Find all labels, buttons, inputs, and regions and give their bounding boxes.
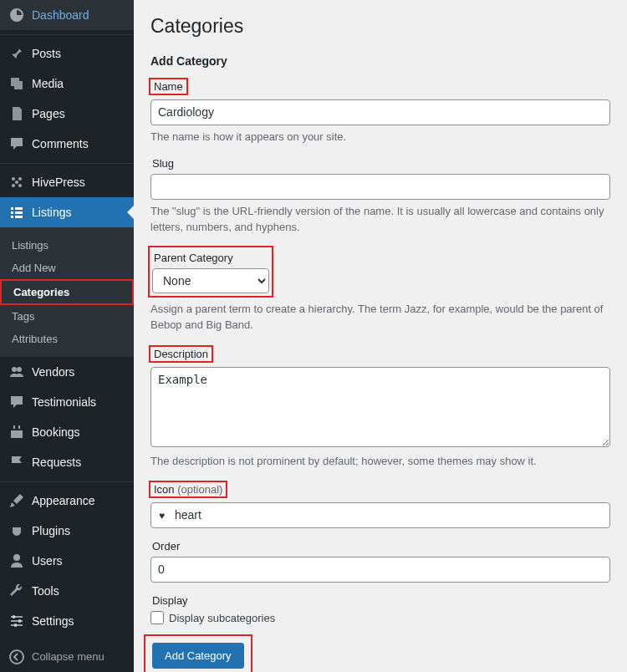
brush-icon: [8, 492, 25, 509]
order-input[interactable]: [150, 557, 610, 583]
wrench-icon: [8, 583, 25, 599]
submit-row: Add Category: [150, 634, 610, 672]
sidebar-item-label: Comments: [32, 136, 89, 151]
sidebar-item-label: Tools: [32, 583, 59, 598]
main-content: Categories Add Category Name The name is…: [134, 0, 627, 672]
sidebar-item-comments[interactable]: Comments: [0, 129, 134, 159]
svg-rect-16: [18, 425, 20, 429]
name-field: Name The name is how it appears on your …: [150, 76, 610, 145]
groups-icon: [8, 364, 25, 380]
submenu-categories[interactable]: Categories: [0, 279, 134, 305]
svg-rect-9: [11, 216, 13, 218]
sidebar-item-label: Appearance: [32, 493, 95, 508]
sidebar-item-vendors[interactable]: Vendors: [0, 357, 134, 387]
sidebar-item-label: Listings: [32, 205, 71, 220]
svg-point-12: [17, 367, 22, 372]
sidebar-item-testimonials[interactable]: Testimonials: [0, 387, 134, 417]
slug-input[interactable]: [150, 174, 610, 200]
list-icon: [8, 204, 25, 221]
sidebar-item-label: Dashboard: [32, 8, 89, 23]
add-category-button[interactable]: Add Category: [152, 643, 244, 669]
svg-point-24: [10, 650, 23, 664]
form-title: Add Category: [150, 54, 610, 68]
user-icon: [8, 552, 25, 569]
submenu-attributes[interactable]: Attributes: [0, 328, 134, 350]
sidebar-item-posts[interactable]: Posts: [0, 38, 134, 69]
comment-icon: [8, 135, 25, 152]
svg-rect-21: [13, 615, 15, 619]
sidebar-item-pages[interactable]: Pages: [0, 99, 134, 129]
sidebar-item-label: Users: [32, 553, 63, 568]
collapse-menu[interactable]: Collapse menu: [0, 642, 134, 672]
listings-submenu: Listings Add New Categories Tags Attribu…: [0, 227, 134, 357]
media-icon: [8, 75, 25, 92]
svg-rect-5: [11, 207, 13, 210]
submenu-tags[interactable]: Tags: [0, 305, 134, 328]
admin-sidebar: Dashboard Posts Media Pages Comments Hiv…: [0, 0, 134, 672]
sidebar-item-label: Pages: [32, 106, 65, 121]
sidebar-item-label: Settings: [32, 613, 74, 629]
display-checkbox-label: Display subcategories: [169, 612, 275, 624]
hivepress-icon: [8, 174, 25, 191]
sidebar-item-media[interactable]: Media: [0, 69, 134, 99]
sidebar-item-listings[interactable]: Listings: [0, 197, 134, 227]
flag-icon: [8, 454, 25, 471]
sliders-icon: [8, 613, 25, 629]
sidebar-item-label: Requests: [32, 455, 81, 470]
sidebar-item-hivepress[interactable]: HivePress: [0, 167, 134, 197]
slug-field: Slug The "slug" is the URL-friendly vers…: [150, 155, 610, 236]
svg-rect-10: [15, 216, 23, 218]
svg-point-2: [12, 184, 15, 187]
svg-point-1: [18, 177, 22, 181]
svg-rect-8: [15, 211, 23, 214]
sidebar-item-label: Plugins: [32, 523, 70, 538]
svg-point-17: [13, 554, 20, 561]
calendar-icon: [8, 424, 25, 440]
page-title: Categories: [150, 15, 610, 38]
sidebar-item-bookings[interactable]: Bookings: [0, 417, 134, 447]
sidebar-item-label: Bookings: [32, 425, 80, 440]
svg-point-0: [12, 177, 15, 181]
sidebar-item-settings[interactable]: Settings: [0, 606, 134, 636]
sidebar-item-appearance[interactable]: Appearance: [0, 486, 134, 516]
name-help: The name is how it appears on your site.: [150, 129, 610, 145]
sidebar-item-label: Media: [32, 76, 64, 91]
dashboard-icon: [8, 7, 25, 23]
slug-label: Slug: [150, 155, 176, 171]
description-label: Description: [150, 344, 215, 364]
sidebar-item-users[interactable]: Users: [0, 546, 134, 576]
submenu-listings[interactable]: Listings: [0, 234, 134, 257]
icon-label: Icon (optional): [150, 479, 229, 500]
sidebar-item-requests[interactable]: Requests: [0, 447, 134, 477]
display-label: Display: [150, 593, 190, 608]
sidebar-item-dashboard[interactable]: Dashboard: [0, 0, 134, 30]
name-input[interactable]: [150, 99, 610, 125]
display-subcategories-checkbox[interactable]: [150, 611, 164, 624]
icon-input[interactable]: [150, 502, 610, 528]
parent-field: Parent Category None Assign a parent ter…: [150, 246, 610, 333]
sidebar-item-plugins[interactable]: Plugins: [0, 516, 134, 546]
order-label: Order: [150, 538, 181, 554]
parent-select[interactable]: None: [152, 268, 269, 293]
sidebar-item-tools[interactable]: Tools: [0, 576, 134, 606]
svg-point-4: [15, 181, 18, 184]
submenu-add-new[interactable]: Add New: [0, 257, 134, 279]
collapse-label: Collapse menu: [32, 650, 104, 664]
parent-label: Parent Category: [152, 250, 269, 266]
svg-rect-14: [11, 427, 23, 430]
sidebar-item-label: Vendors: [32, 364, 74, 379]
description-input[interactable]: [150, 367, 610, 447]
name-label: Name: [150, 76, 190, 97]
svg-rect-22: [18, 619, 21, 623]
description-help: The description is not prominent by defa…: [150, 453, 610, 470]
quote-icon: [8, 394, 25, 410]
pin-icon: [8, 45, 25, 62]
svg-rect-7: [11, 211, 13, 214]
plug-icon: [8, 522, 25, 539]
display-field: Display Display subcategories: [150, 593, 610, 624]
svg-rect-23: [14, 624, 17, 627]
sidebar-item-label: HivePress: [32, 175, 85, 190]
svg-point-3: [18, 184, 22, 187]
heart-icon: ♥: [159, 510, 165, 522]
description-field: Description The description is not promi…: [150, 344, 610, 470]
